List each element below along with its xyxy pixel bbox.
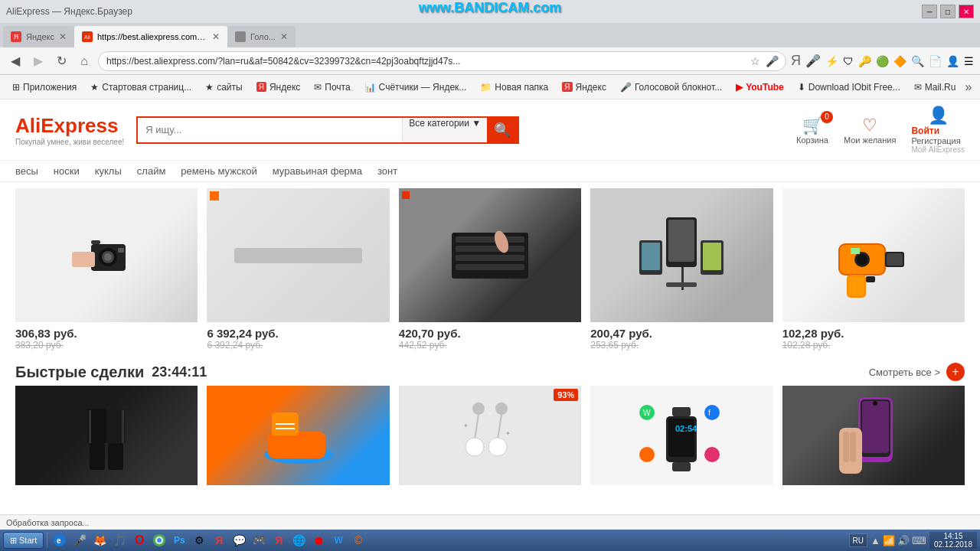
product-card-2[interactable]: 6 392,24 руб. 6 392,24 руб. (207, 188, 389, 350)
taskbar-photoshop-icon[interactable]: Ps (170, 531, 188, 549)
maximize-button[interactable]: □ (940, 5, 956, 18)
yandex-icon[interactable]: Я (791, 53, 801, 69)
product-card-3[interactable]: 420,70 руб. 442,52 руб. (399, 188, 581, 350)
taskbar-opera-icon[interactable]: O (130, 531, 149, 549)
bookmark-yandex[interactable]: Я Яндекс (250, 78, 307, 96)
login-button[interactable]: 👤 Войти Регистрация Мой AliExpress (911, 106, 965, 154)
tab-yandex[interactable]: Я Яндекс ✕ (3, 26, 74, 47)
taskbar-browser-icon[interactable]: 🌐 (289, 531, 308, 549)
tray-expand-icon[interactable]: ▲ (871, 535, 880, 546)
taskbar-whatsapp-icon[interactable]: 💬 (230, 531, 248, 549)
nav-pill-kukly[interactable]: куклы (95, 165, 122, 177)
product-old-price-2: 6 392,24 руб. (207, 340, 389, 350)
reload-button[interactable]: ↻ (52, 52, 70, 70)
start-button[interactable]: ⊞ Start (3, 532, 44, 549)
bookmark-apps[interactable]: ⊞ Приложения (6, 78, 83, 96)
ext3-icon[interactable]: 🔶 (893, 55, 906, 67)
url-bar[interactable]: https://best.aliexpress.com/?lan=ru&af=5… (98, 51, 786, 71)
flash-card-4[interactable]: 02:54 W f (590, 386, 773, 485)
product-card-5[interactable]: 102,28 руб. 102,28 руб. (782, 188, 965, 350)
tray-volume-icon[interactable]: 🔊 (897, 535, 910, 546)
ext2-icon[interactable]: 🟢 (876, 55, 889, 67)
cart-button[interactable]: 🛒 0 Корзина (796, 116, 828, 145)
search-category[interactable]: Все категории ▼ (402, 118, 487, 142)
bookmark-voice[interactable]: 🎤 Голосовой блокнот... (614, 78, 728, 96)
user-icon[interactable]: 👤 (946, 55, 959, 67)
bookmark-start[interactable]: ★ Стартовая страниц... (84, 78, 198, 96)
bookmark-folder[interactable]: 📁 Новая папка (474, 78, 554, 96)
taskbar-word-icon[interactable]: W (329, 531, 348, 549)
tab-aliexpress[interactable]: Ali https://best.aliexpress.com/?lan=ru&… (74, 26, 227, 47)
browser-chrome: AliExpress — Яндекс.Браузер ─ □ ✕ Я Янде… (0, 0, 980, 99)
tab-close-yandex[interactable]: ✕ (59, 31, 67, 42)
taskbar-yandex-icon[interactable]: Я (210, 531, 228, 549)
mic-icon[interactable]: 🎤 (766, 55, 778, 67)
ext1-icon[interactable]: 🔑 (858, 55, 871, 67)
forward-button[interactable]: ▶ (29, 52, 47, 70)
bookmark-sites[interactable]: ★ сайты (199, 78, 249, 96)
product-visual-4 (635, 210, 727, 302)
home-button[interactable]: ⌂ (75, 52, 93, 70)
bookmark-youtube[interactable]: ▶ YouTube (730, 78, 790, 96)
tab-close-other[interactable]: ✕ (280, 31, 288, 42)
taskbar-game-icon[interactable]: 🎮 (250, 531, 268, 549)
ali-logo: AliExpress Покупай умнее, живи веселее! (15, 114, 124, 146)
flash-card-1[interactable] (15, 386, 198, 485)
tray-keyboard-icon[interactable]: ⌨ (912, 535, 926, 546)
bookmark-metrika[interactable]: 📊 Счётчики — Яндек... (358, 78, 473, 96)
taskbar-media-icon[interactable]: 🎵 (110, 531, 129, 549)
nav-pill-remen[interactable]: ремень мужской (181, 165, 256, 177)
nav-pill-noski[interactable]: носки (54, 165, 80, 177)
close-button[interactable]: ✕ (959, 5, 974, 18)
clock[interactable]: 14:15 02.12.2018 (929, 532, 977, 549)
bookmark-yandex2[interactable]: Я Яндекс (556, 78, 612, 96)
taskbar-mic-icon[interactable]: 🎤 (70, 531, 89, 549)
nav-pill-vesy[interactable]: весы (15, 165, 38, 177)
bookmark-mail[interactable]: ✉ Почта (308, 78, 356, 96)
nav-pill-ferma[interactable]: муравьиная ферма (273, 165, 362, 177)
bookmark-iobit[interactable]: ⬇ Download IObit Free... (792, 78, 906, 96)
wishlist-button[interactable]: ♡ Мои желания (844, 116, 896, 145)
url-text: https://best.aliexpress.com/?lan=ru&af=5… (106, 56, 750, 67)
taskbar-ie-icon[interactable]: e (51, 531, 69, 549)
taskbar-crunchyroll-icon[interactable]: © (349, 531, 368, 549)
taskbar-record-icon[interactable]: ⏺ (309, 531, 328, 549)
search-input[interactable] (138, 118, 402, 142)
product-price-1: 306,83 руб. (15, 327, 198, 340)
product-card-4[interactable]: 200,47 руб. 253,65 руб. (590, 188, 773, 350)
flash-card-5[interactable] (782, 386, 965, 485)
tab-other[interactable]: Голо... ✕ (227, 26, 296, 47)
more-bookmarks-icon[interactable]: » (965, 80, 972, 94)
turbo-icon[interactable]: ⚡ (825, 55, 838, 67)
product-card-1[interactable]: 306,83 руб. 383,20 руб. (15, 188, 198, 350)
clock-time: 14:15 (943, 532, 962, 540)
search-button[interactable]: 🔍 (487, 118, 518, 142)
menu-icon[interactable]: ☰ (964, 55, 974, 67)
pdf-icon[interactable]: 📄 (929, 55, 942, 67)
product-visual-3 (444, 210, 536, 302)
taskbar-settings-icon[interactable]: ⚙ (190, 531, 208, 549)
tray-network-icon[interactable]: 📶 (883, 535, 895, 546)
taskbar-firefox-icon[interactable]: 🦊 (90, 531, 109, 549)
nav-pill-slaym[interactable]: слайм (137, 165, 166, 177)
adblock-icon[interactable]: 🛡 (843, 55, 854, 67)
flash-plus-button[interactable]: + (946, 363, 965, 381)
star-icon[interactable]: ☆ (750, 55, 763, 67)
flash-card-3[interactable]: 93% ✦ ✦ (399, 386, 581, 485)
bookmark-mailru[interactable]: ✉ Mail.Ru (908, 78, 962, 96)
minimize-button[interactable]: ─ (922, 5, 937, 18)
tab-close-aliexpress[interactable]: ✕ (212, 31, 220, 42)
taskbar-yandex2-icon[interactable]: Я (270, 531, 288, 549)
taskbar-chrome-icon[interactable] (150, 531, 168, 549)
mic2-icon[interactable]: 🎤 (805, 54, 821, 68)
svg-rect-69 (850, 432, 856, 462)
product-price-5: 102,28 руб. (782, 327, 965, 340)
nav-pill-zont[interactable]: зонт (377, 165, 397, 177)
flash-card-2[interactable] (207, 386, 389, 485)
flash-see-all[interactable]: Смотреть все > (869, 367, 940, 378)
product-img-1 (15, 188, 198, 322)
back-button[interactable]: ◀ (6, 52, 24, 70)
language-button[interactable]: RU (849, 533, 867, 547)
svg-point-47 (466, 438, 484, 456)
search-toolbar-icon[interactable]: 🔍 (911, 55, 924, 67)
